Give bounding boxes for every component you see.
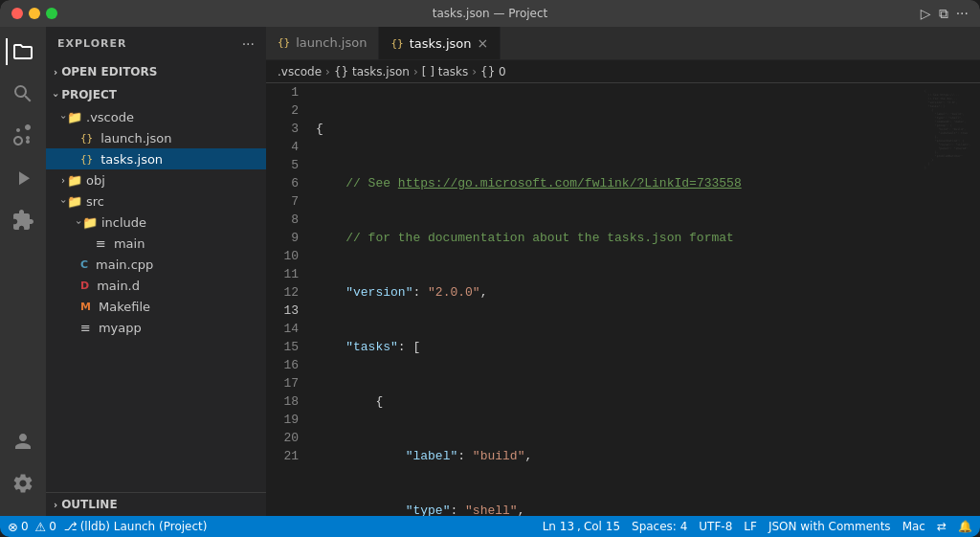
breadcrumb: .vscode › {} tasks.json › [ ] tasks › {}… xyxy=(266,60,980,83)
tree-item-obj[interactable]: › 📁 obj xyxy=(46,169,266,190)
project-label: PROJECT xyxy=(61,88,117,101)
breadcrumb-tasks-array[interactable]: [ ] tasks xyxy=(422,65,469,78)
activity-files-icon[interactable] xyxy=(6,34,40,69)
explorer-label: EXPLORER xyxy=(57,37,126,50)
editor-content: 1 2 3 4 5 6 7 8 9 10 11 12 13 14 15 16 1… xyxy=(266,83,980,516)
tree-item-include[interactable]: › 📁 include xyxy=(46,212,266,233)
breadcrumb-item-0[interactable]: {} 0 xyxy=(480,65,506,78)
obj-label: obj xyxy=(86,173,105,188)
warning-count: 0 xyxy=(49,520,56,533)
status-notifications[interactable]: 🔔 xyxy=(958,520,972,533)
tree-item-main-cpp[interactable]: C main.cpp xyxy=(46,254,266,275)
status-bar: ⊗ 0 ⚠ 0 ⎇ (lldb) Launch (Project) Ln 13,… xyxy=(0,516,980,537)
src-folder-icon: 📁 xyxy=(67,194,82,209)
obj-chevron: › xyxy=(61,175,65,186)
activity-account-icon[interactable] xyxy=(6,424,40,459)
launch-json-icon: {} xyxy=(80,132,93,145)
encoding-label: UTF-8 xyxy=(699,520,732,533)
activity-debug-icon[interactable] xyxy=(6,161,40,195)
tree-item-main-noext[interactable]: ≡ main xyxy=(46,233,266,254)
activity-source-control-icon[interactable] xyxy=(6,119,40,153)
myapp-label: myapp xyxy=(99,321,142,335)
error-icon: ⊗ xyxy=(8,520,18,534)
notif-icon: 🔔 xyxy=(958,520,972,533)
breadcrumb-vscode[interactable]: .vscode xyxy=(278,65,322,78)
ln-label: Ln 13 xyxy=(543,520,574,533)
open-editors-label: OPEN EDITORS xyxy=(61,65,157,78)
error-count: 0 xyxy=(21,520,29,533)
tree-item-myapp[interactable]: ≡ myapp xyxy=(46,317,266,338)
status-eol[interactable]: LF xyxy=(744,520,757,533)
tree-item-makefile[interactable]: M Makefile xyxy=(46,296,266,317)
activity-search-icon[interactable] xyxy=(6,77,40,111)
include-chevron: › xyxy=(74,220,84,224)
status-ln-col[interactable]: Ln 13, Col 15 xyxy=(543,520,620,533)
main-cpp-icon: C xyxy=(80,258,88,271)
outline-chevron: › xyxy=(54,500,57,510)
makefile-icon: M xyxy=(80,301,91,313)
src-chevron: › xyxy=(58,199,69,203)
activity-bottom xyxy=(6,424,40,508)
sidebar-header-icons: ··· xyxy=(242,36,255,52)
spaces-label: Spaces: 4 xyxy=(632,520,687,533)
status-os[interactable]: Mac xyxy=(902,520,925,533)
main-d-label: main.d xyxy=(97,279,140,293)
project-section: › PROJECT › 📁 .vscode {} launch.json {} … xyxy=(46,83,266,338)
app-body: EXPLORER ··· › OPEN EDITORS › PROJECT › … xyxy=(0,27,980,516)
tree-item-tasks-json[interactable]: {} tasks.json xyxy=(46,148,266,169)
warning-icon: ⚠ xyxy=(35,520,47,534)
tasks-json-label: tasks.json xyxy=(100,152,163,167)
run-icon[interactable]: ▷ xyxy=(921,6,931,21)
status-spaces[interactable]: Spaces: 4 xyxy=(632,520,687,533)
eol-label: LF xyxy=(744,520,757,533)
close-button[interactable] xyxy=(11,8,23,19)
col-label: Col 15 xyxy=(584,520,620,533)
outline-section: › OUTLINE xyxy=(46,492,266,516)
sync-icon: ⇄ xyxy=(937,520,947,533)
status-errors[interactable]: ⊗ 0 ⚠ 0 xyxy=(8,520,56,534)
makefile-label: Makefile xyxy=(99,300,150,314)
minimap-content: { // See https://... // for the doc... "… xyxy=(923,83,980,175)
activity-settings-icon[interactable] xyxy=(6,466,40,501)
status-branch[interactable]: ⎇ (lldb) Launch (Project) xyxy=(64,520,208,533)
tasks-json-tab-close[interactable]: × xyxy=(478,36,489,50)
vscode-label: .vscode xyxy=(86,110,134,124)
main-d-icon: D xyxy=(80,280,89,292)
sidebar-header: EXPLORER ··· xyxy=(46,27,266,60)
activity-bar xyxy=(0,27,46,516)
split-editor-icon[interactable]: ⧉ xyxy=(939,6,948,22)
language-label: JSON with Comments xyxy=(768,520,891,533)
sidebar-more-icon[interactable]: ··· xyxy=(242,36,255,52)
main-noext-label: main xyxy=(114,236,145,251)
tree-item-main-d[interactable]: D main.d xyxy=(46,275,266,296)
breadcrumb-tasks-json[interactable]: {} tasks.json xyxy=(334,65,410,78)
tree-item-vscode[interactable]: › 📁 .vscode xyxy=(46,106,266,127)
code-editor[interactable]: { // See https://go.microsoft.com/fwlink… xyxy=(306,83,923,516)
branch-icon: ⎇ xyxy=(64,520,78,533)
status-encoding[interactable]: UTF-8 xyxy=(699,520,732,533)
activity-extensions-icon[interactable] xyxy=(6,203,40,237)
tab-launch-json[interactable]: {} launch.json xyxy=(266,27,379,59)
vscode-chevron: › xyxy=(58,115,69,119)
src-label: src xyxy=(86,194,104,209)
tree-item-src[interactable]: › 📁 src xyxy=(46,190,266,212)
launch-json-tab-label: launch.json xyxy=(296,35,367,50)
os-label: Mac xyxy=(902,520,925,533)
myapp-icon: ≡ xyxy=(80,321,91,335)
outline-header[interactable]: › OUTLINE xyxy=(46,493,266,516)
status-language[interactable]: JSON with Comments xyxy=(768,520,891,533)
window-controls xyxy=(11,8,57,19)
tasks-json-tab-label: tasks.json xyxy=(410,36,472,51)
minimize-button[interactable] xyxy=(29,8,40,19)
maximize-button[interactable] xyxy=(46,8,57,19)
include-folder-icon: 📁 xyxy=(82,215,98,230)
tasks-json-tab-icon: {} xyxy=(390,37,403,50)
open-editors-header[interactable]: › OPEN EDITORS xyxy=(46,60,266,83)
status-sync[interactable]: ⇄ xyxy=(937,520,947,533)
tree-item-launch-json[interactable]: {} launch.json xyxy=(46,127,266,148)
more-actions-icon[interactable]: ··· xyxy=(956,6,969,21)
tab-tasks-json[interactable]: {} tasks.json × xyxy=(379,27,501,59)
project-header[interactable]: › PROJECT xyxy=(46,83,266,106)
status-left: ⊗ 0 ⚠ 0 ⎇ (lldb) Launch (Project) xyxy=(8,520,207,534)
window-title: tasks.json — Project xyxy=(433,7,548,20)
